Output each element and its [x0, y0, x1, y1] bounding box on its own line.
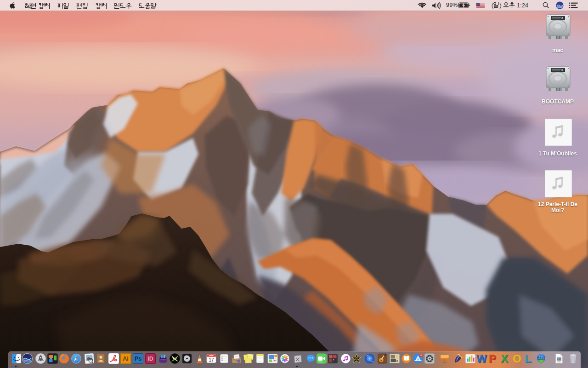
svg-text:17: 17 [209, 357, 214, 362]
svg-text:Ai: Ai [123, 356, 128, 362]
svg-text:4: 4 [420, 354, 422, 356]
svg-text:Mem: Mem [246, 356, 249, 358]
svg-text:Ps: Ps [135, 356, 141, 362]
svg-text:ID: ID [147, 356, 153, 362]
